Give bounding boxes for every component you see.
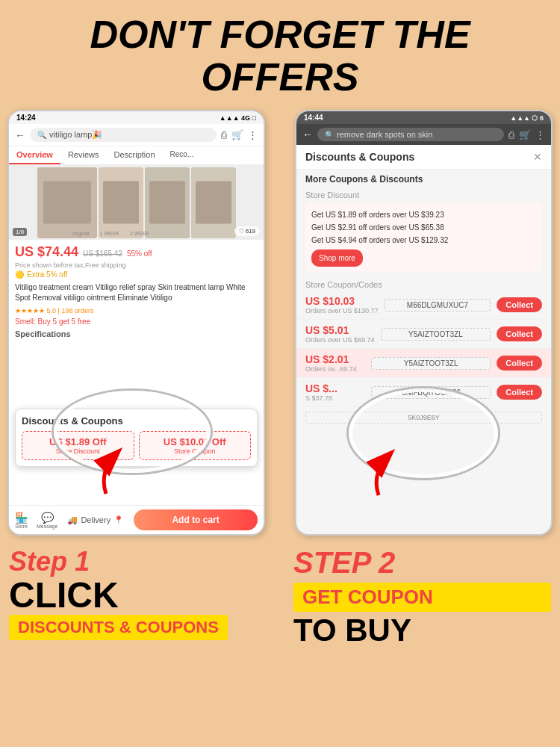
coupon-4-val: US $...	[305, 382, 365, 394]
right-status-bar: 14:44 ▲▲▲ ⬡ 6	[296, 111, 551, 124]
step1-section: Step 1 CLICK DISCOUNTS & COUPONS	[9, 546, 267, 646]
discount-item2-label: Store Coupon	[144, 447, 246, 455]
product-image-area: 1/8 original 1 WEEK 2 WEEK ♡ 619	[9, 165, 264, 240]
collect-btn-4[interactable]: Collect	[497, 385, 542, 400]
step2-section: STEP 2 GET COUPON TO BUY	[293, 546, 551, 646]
step1-action: CLICK	[9, 577, 267, 613]
right-search-text: remove dark spots on skin	[337, 130, 432, 139]
right-phone: 14:44 ▲▲▲ ⬡ 6 ← 🔍 remove dark spots on s…	[295, 110, 553, 536]
tab-description[interactable]: Description	[107, 146, 163, 164]
step2-action: TO BUY	[293, 615, 551, 646]
more-coupons-title: More Coupons & Discounts	[296, 170, 551, 186]
coupon-row-3: US $2.01 Orders ov...69.74 Y5AIZTOOT3ZL …	[296, 349, 551, 378]
store-icon: 🏪	[15, 512, 28, 524]
coupon-4-amount: US $... S $37.78	[305, 382, 365, 402]
spec-row: Specifications	[9, 327, 264, 341]
store-discount-line2: Get US $2.91 off orders over US $65.38	[311, 221, 536, 234]
right-search-box[interactable]: 🔍 remove dark spots on skin	[317, 128, 504, 141]
left-tabs: Overview Reviews Description Reco...	[9, 146, 264, 165]
back-icon[interactable]: ←	[15, 129, 25, 141]
step1-label: Step 1	[9, 546, 267, 577]
coupon-4-cond: S $37.78	[305, 394, 365, 402]
right-back-icon[interactable]: ←	[302, 128, 313, 140]
discount-item1-amount: US $1.89 Off	[27, 436, 129, 447]
collect-btn-3[interactable]: Collect	[497, 356, 542, 371]
right-cart-icon[interactable]: 🛒	[519, 129, 531, 140]
coupon-2-val: US $5.01	[305, 324, 375, 336]
tab-reviews[interactable]: Reviews	[60, 146, 107, 164]
buy-promo: Smell: Buy 5 get 5 free	[9, 316, 264, 327]
coupon-5-code-partial: 5K0J9E6Y	[305, 412, 542, 424]
step1-badge: DISCOUNTS & COUPONS	[9, 615, 228, 640]
discount-popup-left[interactable]: Discounts & Coupons US $1.89 Off Store D…	[15, 409, 258, 467]
right-time: 14:44	[304, 114, 323, 122]
tab-reco[interactable]: Reco...	[163, 146, 202, 164]
collect-btn-2[interactable]: Collect	[497, 326, 542, 341]
collect-btn-1[interactable]: Collect	[497, 297, 542, 312]
store-discount-section: Store Discount Get US $1.89 off orders o…	[296, 186, 551, 277]
right-more-icon[interactable]: ⋮	[535, 129, 545, 140]
right-share-icon[interactable]: ⎙	[508, 129, 514, 140]
right-arrow-container	[364, 443, 423, 506]
left-phone: 14:24 ▲▲▲ 4G □ ← 🔍 vitiligo lamp🎉 ⎙ 🛒 ⋮ …	[7, 110, 265, 536]
stars-row: ★★★★★ 5.0 | 198 orders	[9, 306, 264, 316]
price-original: US $165.42	[83, 249, 122, 258]
left-bottom-bar: 🏪 Store 💬 Message 🚚 Delivery 📍 Add to ca…	[9, 505, 264, 534]
store-discount-line3: Get US $4.94 off orders over US $129.32	[311, 234, 536, 247]
coupon-2-amount: US $5.01 Orders over US $69.74	[305, 324, 375, 344]
coupon-3-amount: US $2.01 Orders ov...69.74	[305, 353, 365, 373]
week-1: 1 WEEK	[100, 231, 119, 236]
week-2: 2 WEEK	[130, 231, 149, 236]
tab-overview[interactable]: Overview	[9, 146, 60, 164]
discount-item-1[interactable]: US $1.89 Off Store Discount	[22, 431, 134, 460]
left-search-box[interactable]: 🔍 vitiligo lamp🎉	[30, 128, 217, 142]
discount-popup-title: Discounts & Coupons	[22, 415, 251, 427]
coupon-1-cond: Orders over US $130.77	[305, 307, 379, 314]
message-label: Message	[37, 524, 57, 529]
coupon-row-4: US $... S $37.78 GMFBQI7OOM86 Collect	[296, 378, 551, 407]
discount-badge: 55% off	[127, 249, 152, 258]
left-signal: ▲▲▲ 4G □	[220, 114, 256, 122]
store-discount-line1: Get US $1.89 off orders over US $39.23	[311, 208, 536, 221]
discount-item1-label: Store Discount	[27, 447, 129, 455]
right-signal: ▲▲▲ ⬡ 6	[510, 114, 544, 122]
product-img-3	[191, 167, 236, 238]
add-to-cart-button[interactable]: Add to cart	[134, 509, 258, 530]
right-search-icon: 🔍	[325, 131, 334, 139]
left-time: 14:24	[16, 114, 36, 122]
coupon-4-code: GMFBQI7OOM86	[371, 386, 491, 399]
more-icon[interactable]: ⋮	[248, 129, 258, 140]
message-icon-item[interactable]: 💬 Message	[37, 512, 57, 529]
modal-header: Discounts & Coupons ✕	[296, 145, 551, 170]
coupon-row-2: US $5.01 Orders over US $69.74 Y5AIZTOOT…	[296, 320, 551, 349]
coupon-section-label: Store Coupon/Codes	[296, 277, 551, 291]
shop-more-button[interactable]: Shop more	[311, 249, 363, 267]
coupon-1-amount: US $10.03 Orders over US $130.77	[305, 295, 379, 314]
extra-off: 🟡 Extra 5% off	[9, 269, 264, 280]
product-img-1	[99, 167, 143, 238]
image-counter: 1/8	[13, 228, 27, 236]
close-icon[interactable]: ✕	[533, 151, 542, 163]
steps-area: Step 1 CLICK DISCOUNTS & COUPONS STEP 2 …	[0, 540, 560, 646]
shipping-text: Price shown before tax,Free shipping	[9, 261, 264, 269]
discount-item2-amount: US $10.03 Off	[144, 436, 246, 447]
coupon-3-val: US $2.01	[305, 353, 365, 365]
store-icon-item[interactable]: 🏪 Store	[15, 512, 28, 529]
modal-title: Discounts & Coupons	[305, 151, 414, 163]
coupon-1-val: US $10.03	[305, 295, 379, 307]
store-discount-label: Store Discount	[305, 190, 542, 199]
share-icon[interactable]: ⎙	[221, 129, 227, 140]
left-nav-bar: ← 🔍 vitiligo lamp🎉 ⎙ 🛒 ⋮	[9, 124, 264, 146]
discount-item-2[interactable]: US $10.03 Off Store Coupon	[139, 431, 252, 460]
delivery-label[interactable]: 🚚 Delivery 📍	[63, 515, 128, 525]
week-original: original	[72, 231, 90, 236]
price-row: US $74.44 US $165.42 55% off	[9, 240, 264, 261]
product-img-main	[37, 167, 97, 238]
store-label: Store	[15, 524, 28, 529]
product-title: Vitiligo treatment cream Vitiligo relief…	[9, 280, 264, 306]
coupon-2-cond: Orders over US $69.74	[305, 336, 375, 344]
search-icon: 🔍	[37, 131, 46, 139]
cart-icon[interactable]: 🛒	[231, 129, 243, 140]
product-img-2	[145, 167, 190, 238]
left-search-text: vitiligo lamp🎉	[49, 130, 102, 140]
